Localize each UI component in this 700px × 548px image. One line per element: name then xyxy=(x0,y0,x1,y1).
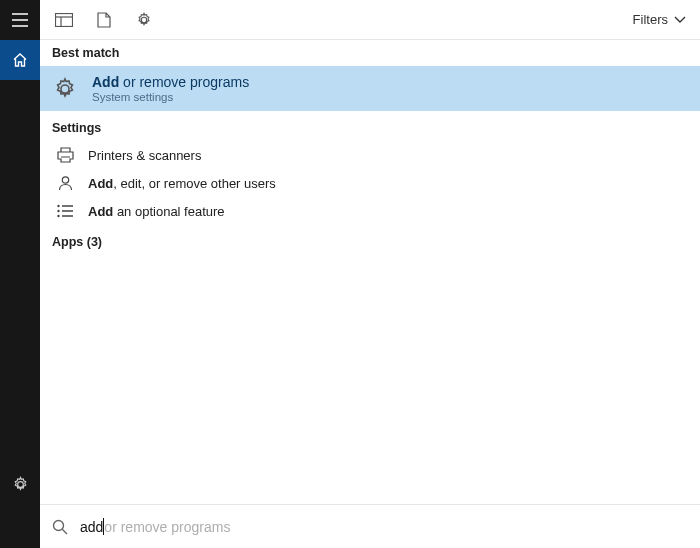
svg-line-8 xyxy=(62,529,67,534)
chevron-down-icon xyxy=(674,16,686,24)
result-subtitle: System settings xyxy=(92,91,249,103)
section-apps: Apps (3) xyxy=(40,225,700,255)
person-icon xyxy=(58,175,73,191)
svg-point-6 xyxy=(57,215,59,217)
section-settings: Settings xyxy=(40,111,700,141)
document-icon xyxy=(97,12,111,28)
result-title: Printers & scanners xyxy=(88,148,201,163)
svg-point-7 xyxy=(54,520,64,530)
sidebar-home[interactable] xyxy=(0,40,40,80)
svg-point-3 xyxy=(62,177,68,183)
scope-settings-button[interactable] xyxy=(124,1,164,39)
section-best-match: Best match xyxy=(40,40,700,66)
list-icon xyxy=(57,204,73,218)
result-title: Add an optional feature xyxy=(88,204,225,219)
search-icon xyxy=(52,519,68,535)
results-area: Best match Add or remove programs System… xyxy=(40,40,700,504)
svg-rect-0 xyxy=(56,13,73,26)
result-title: Add, edit, or remove other users xyxy=(88,176,276,191)
printer-icon xyxy=(57,147,74,163)
gear-icon xyxy=(12,476,29,493)
gear-icon xyxy=(53,77,77,101)
result-add-remove-programs[interactable]: Add or remove programs System settings xyxy=(40,66,700,111)
cortana-sidebar xyxy=(0,0,40,548)
filters-button[interactable]: Filters xyxy=(633,12,692,27)
result-printers-scanners[interactable]: Printers & scanners xyxy=(40,141,700,169)
filters-label: Filters xyxy=(633,12,668,27)
gear-icon xyxy=(136,12,152,28)
sidebar-hamburger[interactable] xyxy=(0,0,40,40)
search-input[interactable]: add or remove programs xyxy=(80,518,688,535)
scope-documents-button[interactable] xyxy=(84,1,124,39)
search-panel: Filters Best match Add or remove program… xyxy=(40,0,700,548)
result-add-optional-feature[interactable]: Add an optional feature xyxy=(40,197,700,225)
result-title: Add or remove programs xyxy=(92,74,249,90)
home-icon xyxy=(12,52,28,68)
result-add-users[interactable]: Add, edit, or remove other users xyxy=(40,169,700,197)
svg-point-5 xyxy=(57,210,59,212)
sidebar-settings[interactable] xyxy=(0,464,40,504)
svg-point-4 xyxy=(57,205,59,207)
search-ghost-text: or remove programs xyxy=(104,519,230,535)
topbar: Filters xyxy=(40,0,700,40)
hamburger-icon xyxy=(12,13,28,27)
scope-apps-button[interactable] xyxy=(44,1,84,39)
search-bar[interactable]: add or remove programs xyxy=(40,504,700,548)
window-icon xyxy=(55,13,73,27)
search-typed-text: add xyxy=(80,519,103,535)
